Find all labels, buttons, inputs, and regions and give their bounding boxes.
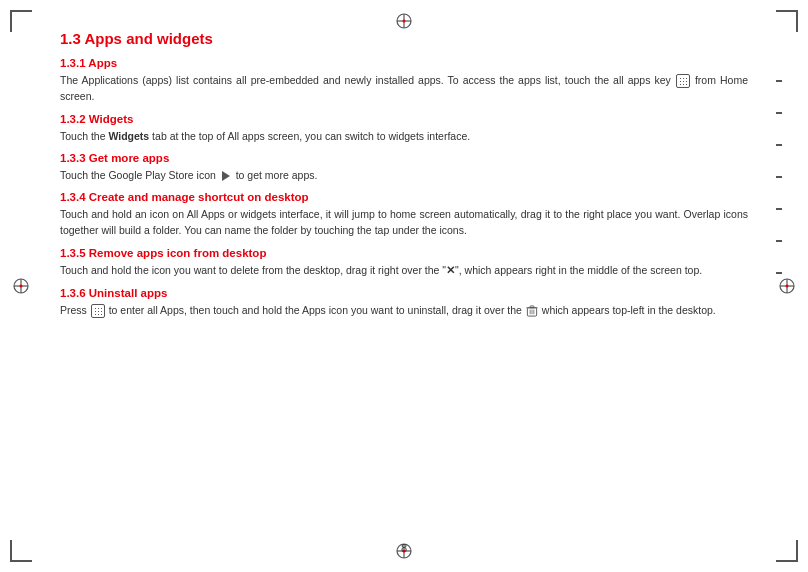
- subsection-heading-4: 1.3.4 Create and manage shortcut on desk…: [60, 191, 748, 203]
- subsection-heading-5: 1.3.5 Remove apps icon from desktop: [60, 247, 748, 259]
- subsection-body-6: Press to enter all Apps, then touch and …: [60, 302, 748, 318]
- subsection-body-1: The Applications (apps) list contains al…: [60, 72, 748, 105]
- tick-2: [776, 112, 782, 114]
- svg-point-3: [403, 20, 406, 23]
- tick-7: [776, 272, 782, 274]
- subsection-heading-2: 1.3.2 Widgets: [60, 113, 748, 125]
- compass-right: [778, 277, 796, 295]
- corner-mark-br: [776, 540, 798, 562]
- subsection-heading-3: 1.3.3 Get more apps: [60, 152, 748, 164]
- x-symbol: ✕: [446, 264, 455, 276]
- play-store-icon: [220, 170, 232, 182]
- tick-marks: [776, 80, 782, 274]
- subsection-body-2: Touch the Widgets tab at the top of All …: [60, 128, 748, 144]
- corner-mark-tl: [10, 10, 32, 32]
- svg-point-11: [786, 285, 789, 288]
- trash-icon: [526, 305, 538, 317]
- apps-key-icon: [91, 304, 105, 318]
- tick-1: [776, 80, 782, 82]
- svg-marker-16: [222, 171, 230, 181]
- subsection-heading-1: 1.3.1 Apps: [60, 57, 748, 69]
- corner-mark-bl: [10, 540, 32, 562]
- subsection-body-3: Touch the Google Play Store icon to get …: [60, 167, 748, 183]
- page: 1.3 Apps and widgets 1.3.1 Apps The Appl…: [0, 0, 808, 572]
- tick-4: [776, 176, 782, 178]
- svg-point-7: [20, 285, 23, 288]
- tick-3: [776, 144, 782, 146]
- tick-6: [776, 240, 782, 242]
- main-content: 1.3 Apps and widgets 1.3.1 Apps The Appl…: [60, 30, 748, 318]
- widgets-label: Widgets: [108, 130, 149, 142]
- tick-5: [776, 208, 782, 210]
- subsection-heading-6: 1.3.6 Uninstall apps: [60, 287, 748, 299]
- page-number: 8: [401, 542, 407, 554]
- compass-top: [395, 12, 413, 30]
- corner-mark-tr: [776, 10, 798, 32]
- section-title: 1.3 Apps and widgets: [60, 30, 748, 47]
- subsection-body-4: Touch and hold an icon on All Apps or wi…: [60, 206, 748, 239]
- compass-left: [12, 277, 30, 295]
- all-apps-icon: [676, 74, 690, 88]
- subsection-body-5: Touch and hold the icon you want to dele…: [60, 262, 748, 279]
